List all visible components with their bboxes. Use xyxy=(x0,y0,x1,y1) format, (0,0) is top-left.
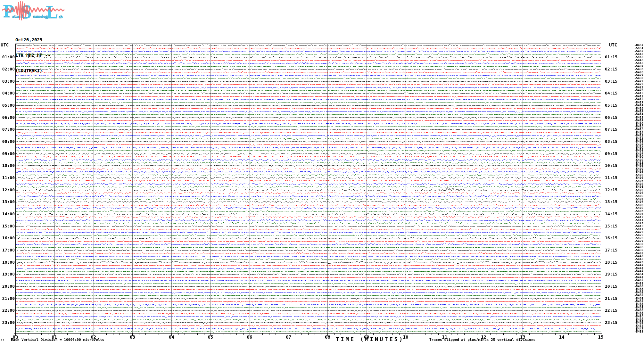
right-time-label: 14:15 xyxy=(605,211,617,216)
labels-layer: UTC UTC TIME (MINUTES) Each Vertical Div… xyxy=(0,0,644,346)
right-time-label: 18:15 xyxy=(605,260,617,265)
left-time-label: 21:00 xyxy=(0,296,15,301)
right-time-label: 19:15 xyxy=(605,272,617,276)
left-time-label: 07:00 xyxy=(0,127,15,132)
left-time-label: 17:00 xyxy=(0,248,15,252)
left-time-label: 18:00 xyxy=(0,260,15,265)
x-tick-label: 15 xyxy=(596,334,606,340)
left-time-label: 01:00 xyxy=(0,54,15,59)
webicorder-page: { "logo": { "p": "P", "atras": "atras", … xyxy=(0,0,644,346)
x-tick-label: 03 xyxy=(127,334,137,340)
x-tick-label: 01 xyxy=(49,334,60,340)
x-tick-label: 05 xyxy=(205,334,216,340)
utc-header-right: UTC xyxy=(609,42,617,47)
x-tick-label: 02 xyxy=(88,334,99,340)
right-time-label: 10:15 xyxy=(605,163,617,168)
right-time-label: 07:15 xyxy=(605,127,617,132)
x-tick-label: 08 xyxy=(322,334,333,340)
x-tick-label: 06 xyxy=(244,334,255,340)
x-tick-label: 00 xyxy=(10,334,21,340)
left-time-label: 23:00 xyxy=(0,320,15,325)
left-time-label: 12:00 xyxy=(0,187,15,192)
left-time-label: 16:00 xyxy=(0,235,15,240)
left-time-label: 08:00 xyxy=(0,139,15,144)
right-time-label: 23:15 xyxy=(605,320,617,325)
right-time-label: 12:15 xyxy=(605,187,617,192)
right-time-label: 08:15 xyxy=(605,139,617,144)
right-time-label: 01:15 xyxy=(605,54,617,59)
left-time-label: 13:00 xyxy=(0,199,15,204)
x-tick-label: 10 xyxy=(400,334,411,340)
corner-artifact xyxy=(1,339,4,341)
right-time-label: 06:15 xyxy=(605,115,617,120)
right-time-label: 11:15 xyxy=(605,175,617,180)
x-tick-label: 12 xyxy=(479,334,489,340)
x-tick-label: 09 xyxy=(361,334,372,340)
left-time-label: 20:00 xyxy=(0,284,15,289)
left-time-label: 11:00 xyxy=(0,175,15,180)
right-time-label: 03:15 xyxy=(605,79,617,84)
left-time-label: 03:00 xyxy=(0,79,15,84)
left-time-label: 02:00 xyxy=(0,67,15,71)
utc-header-left: UTC xyxy=(1,42,9,47)
x-tick-label: 07 xyxy=(284,334,294,340)
left-time-label: 05:00 xyxy=(0,103,15,108)
right-time-label: 15:15 xyxy=(605,224,617,228)
x-tick-label: 04 xyxy=(166,334,177,340)
right-time-label: 13:15 xyxy=(605,199,617,204)
trace-offset-value: -5453 xyxy=(627,330,643,333)
left-time-label: 14:00 xyxy=(0,211,15,216)
left-time-label: 19:00 xyxy=(0,272,15,276)
x-tick-label: 13 xyxy=(517,334,528,340)
right-time-label: 04:15 xyxy=(605,91,617,95)
left-time-label: 04:00 xyxy=(0,91,15,95)
left-time-label: 06:00 xyxy=(0,115,15,120)
right-time-label: 16:15 xyxy=(605,235,617,240)
right-time-label: 05:15 xyxy=(605,103,617,108)
right-time-label: 09:15 xyxy=(605,151,617,156)
left-time-label: 09:00 xyxy=(0,151,15,156)
right-time-label: 02:15 xyxy=(605,67,617,71)
left-time-label: 15:00 xyxy=(0,224,15,228)
right-time-label: 17:15 xyxy=(605,248,617,252)
right-time-label: 20:15 xyxy=(605,284,617,289)
left-time-label: 22:00 xyxy=(0,308,15,313)
left-time-label: 10:00 xyxy=(0,163,15,168)
right-time-label: 22:15 xyxy=(605,308,617,313)
right-time-label: 21:15 xyxy=(605,296,617,301)
x-tick-label: 14 xyxy=(557,334,567,340)
x-tick-label: 11 xyxy=(440,334,450,340)
